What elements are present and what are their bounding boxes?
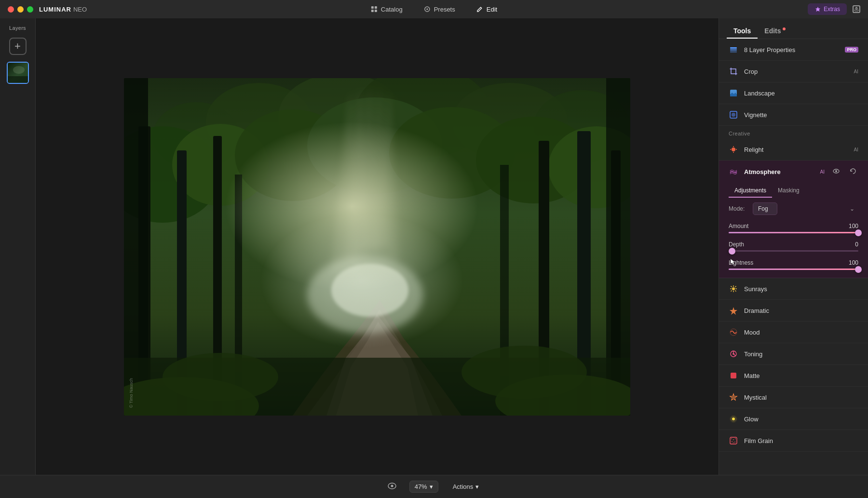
mystical-label: Mystical	[744, 394, 858, 401]
atmosphere-reset-btn[interactable]	[848, 167, 858, 177]
lightness-slider-track[interactable]	[729, 269, 858, 270]
svg-point-7	[13, 66, 25, 74]
mystical-icon	[729, 392, 738, 402]
svg-line-68	[731, 291, 732, 292]
atmosphere-header[interactable]: Atmosphere AI	[719, 161, 868, 183]
tool-crop[interactable]: Crop AI	[719, 61, 868, 82]
svg-point-81	[732, 441, 732, 442]
atmosphere-icon	[729, 167, 738, 177]
layer-thumb-svg	[8, 63, 29, 84]
depth-slider-row: Depth 0	[719, 238, 868, 256]
forest-scene	[124, 78, 630, 416]
maximize-button[interactable]	[27, 6, 33, 13]
tool-sunrays[interactable]: Sunrays	[719, 278, 868, 300]
crop-label: Crop	[744, 68, 848, 75]
matte-icon	[729, 371, 738, 380]
sunrays-icon	[729, 284, 738, 294]
layers-sidebar: Layers +	[0, 18, 36, 475]
sub-tab-masking[interactable]: Masking	[772, 185, 805, 198]
tool-landscape[interactable]: Landscape	[719, 82, 868, 104]
tool-layer-properties[interactable]: 8 Layer Properties PRO	[719, 39, 868, 61]
pro-badge: PRO	[845, 47, 858, 53]
svg-point-73	[732, 396, 734, 398]
amount-slider-track[interactable]	[729, 232, 858, 233]
edit-icon	[476, 6, 483, 13]
app-logo: LUMINAR NEO	[39, 6, 87, 13]
edit-nav-btn[interactable]: Edit	[466, 3, 508, 16]
mood-label: Mood	[744, 329, 858, 336]
layer-thumbnail[interactable]	[7, 62, 29, 84]
svg-rect-72	[731, 373, 736, 378]
relight-icon	[729, 145, 738, 154]
app-name-suffix: NEO	[73, 6, 87, 13]
lightness-label: Lightness	[729, 259, 753, 266]
presets-nav-btn[interactable]: Presets	[413, 3, 466, 16]
creative-section-label: Creative	[719, 126, 868, 139]
tool-glow[interactable]: Glow	[719, 408, 868, 430]
minimize-button[interactable]	[17, 6, 24, 13]
glow-icon	[729, 414, 738, 424]
zoom-control[interactable]: 47% ▾	[409, 481, 438, 493]
actions-button[interactable]: Actions ▾	[448, 480, 484, 493]
landscape-icon	[729, 88, 738, 98]
tool-section-basic: 8 Layer Properties PRO Crop AI	[719, 39, 868, 126]
atmosphere-visibility-btn[interactable]	[830, 166, 842, 177]
svg-rect-3	[375, 10, 377, 12]
depth-label: Depth	[729, 241, 744, 248]
amount-slider-thumb[interactable]	[855, 229, 862, 236]
svg-point-79	[733, 439, 734, 440]
svg-rect-0	[371, 6, 374, 9]
svg-point-53	[732, 148, 735, 151]
vignette-label: Vignette	[744, 111, 858, 119]
edits-dot	[783, 27, 786, 30]
depth-slider-thumb[interactable]	[729, 248, 735, 255]
nav-bar: Catalog Presets Edit	[360, 3, 508, 16]
tool-mood[interactable]: Mood	[719, 322, 868, 343]
lightness-slider-thumb[interactable]	[855, 266, 862, 273]
catalog-label: Catalog	[381, 6, 403, 13]
presets-label: Presets	[434, 6, 455, 13]
tool-matte[interactable]: Matte	[719, 365, 868, 387]
layers-icon	[729, 45, 738, 54]
canvas-area: © Timo Nausch	[36, 18, 719, 475]
matte-label: Matte	[744, 372, 858, 379]
svg-point-60	[732, 287, 735, 290]
svg-rect-48	[730, 49, 737, 51]
svg-line-67	[735, 286, 736, 287]
tool-relight[interactable]: Relight AI	[719, 139, 868, 161]
tab-edits[interactable]: Edits	[758, 24, 792, 39]
tool-dramatic[interactable]: Dramatic	[719, 300, 868, 322]
amount-value: 100	[849, 223, 858, 229]
tool-toning[interactable]: Toning	[719, 343, 868, 365]
lightness-slider-row: Lightness 100	[719, 256, 868, 278]
catalog-nav-btn[interactable]: Catalog	[360, 3, 413, 16]
svg-point-82	[734, 442, 735, 443]
add-layer-button[interactable]: +	[9, 38, 27, 55]
panel-tabs: Tools Edits	[719, 18, 868, 39]
edit-label: Edit	[487, 6, 497, 13]
right-panel: Tools Edits 8 Layer Properties PRO	[719, 18, 868, 475]
close-button[interactable]	[8, 6, 14, 13]
dramatic-label: Dramatic	[744, 307, 858, 314]
actions-chevron: ▾	[475, 483, 479, 490]
lightness-slider-fill	[729, 269, 858, 270]
depth-value: 0	[855, 241, 858, 248]
svg-rect-44	[124, 78, 630, 416]
svg-point-85	[391, 485, 393, 487]
extras-button[interactable]: Extras	[808, 3, 847, 15]
tab-tools[interactable]: Tools	[727, 24, 758, 39]
mode-select[interactable]: Fog Haze Mist Dust	[753, 202, 777, 215]
share-icon[interactable]	[853, 5, 860, 13]
catalog-icon	[371, 6, 378, 13]
depth-slider-track[interactable]	[729, 250, 858, 252]
tool-vignette[interactable]: Vignette	[719, 104, 868, 126]
mode-label: Mode:	[729, 205, 748, 212]
eye-icon-bottom	[387, 482, 397, 490]
tool-film-grain[interactable]: Film Grain	[719, 430, 868, 452]
app-name: LUMINAR	[39, 6, 71, 13]
tool-mystical[interactable]: Mystical	[719, 387, 868, 408]
atmosphere-section: Atmosphere AI	[719, 161, 868, 278]
svg-point-78	[731, 438, 732, 439]
visibility-toggle-btn[interactable]	[384, 479, 400, 495]
sub-tab-adjustments[interactable]: Adjustments	[729, 185, 772, 198]
